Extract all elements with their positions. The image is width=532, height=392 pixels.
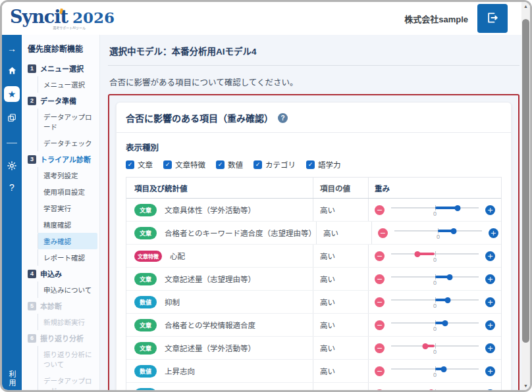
sidebar-item[interactable]: 精度確認 <box>38 216 97 233</box>
slider-track[interactable]: 0 <box>391 207 479 208</box>
item-value: 高い <box>313 314 368 336</box>
checkbox-icon[interactable]: ✓ <box>253 160 262 169</box>
decrease-weight-button[interactable]: − <box>375 320 385 330</box>
sidebar-item[interactable]: データアップロード <box>38 109 97 135</box>
slider-track[interactable]: 0 <box>391 253 479 255</box>
slider-handle[interactable] <box>455 205 461 211</box>
checkbox-icon[interactable]: ✓ <box>163 160 172 169</box>
slider-handle[interactable] <box>447 274 453 280</box>
copy-icon[interactable] <box>6 112 18 124</box>
slider-track[interactable]: 0 <box>394 230 482 232</box>
scroll-down-icon[interactable]: ▼ <box>521 381 530 390</box>
help-icon[interactable]: ? <box>6 182 18 193</box>
arrow-right-icon[interactable]: → <box>6 43 18 55</box>
decrease-weight-button[interactable]: − <box>375 205 385 215</box>
decrease-weight-button[interactable]: − <box>375 251 385 261</box>
sidebar-section[interactable]: 3 トライアル診断 <box>26 151 97 167</box>
app-logo: Syncit 2026 選考サポートAIツール <box>10 8 115 30</box>
checkbox-icon[interactable]: ✓ <box>126 160 134 169</box>
item-name: 抑制 <box>165 297 180 307</box>
panel-help-icon[interactable]: ? <box>278 113 288 123</box>
sidebar-item[interactable]: 学習実行 <box>38 200 97 216</box>
slider-handle[interactable] <box>429 389 435 391</box>
filter-checkbox[interactable]: ✓ 数値 <box>216 159 243 170</box>
sidebar-item: データアップロード <box>38 372 97 390</box>
slider-track[interactable]: 0 <box>391 276 479 278</box>
increase-weight-button[interactable]: + <box>485 205 495 215</box>
weight-slider[interactable]: − 0 + <box>375 251 495 261</box>
slider-track[interactable]: 0 <box>391 345 479 347</box>
slider-track[interactable]: 0 <box>391 299 479 301</box>
vertical-scrollbar[interactable]: ▲ ▼ <box>521 2 530 390</box>
sidebar-item[interactable]: データチェック <box>38 135 97 151</box>
filter-checkbox[interactable]: ✓ 文章特徴 <box>163 159 205 170</box>
sidebar-item[interactable]: 重み確認 <box>38 233 97 249</box>
increase-weight-button[interactable]: + <box>485 389 495 391</box>
decrease-weight-button[interactable]: − <box>375 297 385 307</box>
sidebar-item[interactable]: レポート確認 <box>38 249 97 266</box>
weight-slider[interactable]: − 0 + <box>375 343 495 353</box>
weight-slider[interactable]: − 0 + <box>375 320 495 330</box>
home-icon[interactable] <box>6 64 18 76</box>
slider-handle[interactable] <box>445 297 451 303</box>
section-number-badge: 6 <box>28 334 36 343</box>
slider-handle[interactable] <box>440 366 446 372</box>
scrollbar-thumb[interactable] <box>522 19 529 343</box>
checkbox-icon[interactable]: ✓ <box>216 160 225 169</box>
slider-track[interactable]: 0 <box>391 322 479 324</box>
increase-weight-button[interactable]: + <box>485 274 495 284</box>
checkbox-icon[interactable]: ✓ <box>306 160 315 169</box>
table-row: 文章 文章記述量（志望理由等） 高い − 0 + <box>126 268 501 291</box>
gear-icon[interactable] <box>6 160 18 172</box>
filter-checkbox-label: 文章特徴 <box>175 159 205 170</box>
logo-year: 2026 <box>72 10 115 25</box>
increase-weight-button[interactable]: + <box>485 366 495 376</box>
company-name: 株式会社sample <box>404 12 468 25</box>
rail-footer-label[interactable]: 利用 <box>7 370 17 390</box>
sidebar-item[interactable]: 選考列設定 <box>38 167 97 184</box>
sidebar-item[interactable]: 使用項目設定 <box>38 184 97 200</box>
sidebar-section-label: トライアル診断 <box>40 154 91 164</box>
scroll-up-icon[interactable]: ▲ <box>521 2 530 11</box>
slider-handle[interactable] <box>414 251 420 257</box>
filter-checkbox[interactable]: ✓ 語学力 <box>306 159 341 170</box>
sidebar-section[interactable]: 2 データ準備 <box>26 93 97 109</box>
increase-weight-button[interactable]: + <box>485 343 495 353</box>
increase-weight-button[interactable]: + <box>485 320 495 330</box>
slider-handle[interactable] <box>442 320 448 326</box>
sidebar-section[interactable]: 1 メニュー選択 <box>26 61 97 76</box>
decrease-weight-button[interactable]: − <box>375 389 385 391</box>
sidebar-item[interactable]: 申込みについて <box>38 282 97 298</box>
star-icon[interactable]: ★ <box>4 86 20 102</box>
increase-weight-button[interactable]: + <box>489 228 498 238</box>
sidebar-section-label: メニュー選択 <box>40 63 84 74</box>
slider-track[interactable]: 0 <box>391 368 479 370</box>
decrease-weight-button[interactable]: − <box>375 366 385 376</box>
filter-group-title: 表示種別 <box>126 141 502 153</box>
weight-slider[interactable]: − 0 + <box>375 389 495 391</box>
increase-weight-button[interactable]: + <box>485 251 495 261</box>
item-name: 上昇志向 <box>165 366 195 376</box>
sidebar-section[interactable]: 4 申込み <box>26 266 97 282</box>
sidebar-item-label: 使用項目設定 <box>43 188 85 196</box>
weight-slider[interactable]: − 0 + <box>375 297 495 307</box>
logout-button[interactable] <box>477 4 508 33</box>
weight-slider[interactable]: − 0 + <box>375 366 495 376</box>
weight-slider[interactable]: − 0 + <box>378 228 498 238</box>
main-content: 選択中モデル：本番分析用AIモデル4 合否に影響がある項目について確認してくださ… <box>100 35 530 390</box>
slider-handle[interactable] <box>451 228 457 234</box>
sidebar-item[interactable]: メニュー選択 <box>38 76 97 93</box>
filter-checkbox[interactable]: ✓ 文章 <box>126 159 153 170</box>
sidebar-item-label: 新規診断実行 <box>43 318 85 326</box>
weight-panel: 合否に影響のある項目（重み確認） ? 表示種別 ✓ 文章 ✓ 文章特徴 ✓ 数値… <box>108 94 519 390</box>
app-window: Syncit 2026 選考サポートAIツール 株式会社sample → ★ <box>0 0 532 392</box>
weight-slider[interactable]: − 0 + <box>375 274 495 284</box>
filter-checkbox[interactable]: ✓ カテゴリ <box>253 159 296 170</box>
decrease-weight-button[interactable]: − <box>375 274 385 284</box>
slider-handle[interactable] <box>422 343 428 349</box>
decrease-weight-button[interactable]: − <box>378 228 388 238</box>
weight-slider[interactable]: − 0 + <box>375 205 495 215</box>
increase-weight-button[interactable]: + <box>485 297 495 307</box>
sidebar-section-label: データ準備 <box>40 95 76 106</box>
decrease-weight-button[interactable]: − <box>375 343 385 353</box>
